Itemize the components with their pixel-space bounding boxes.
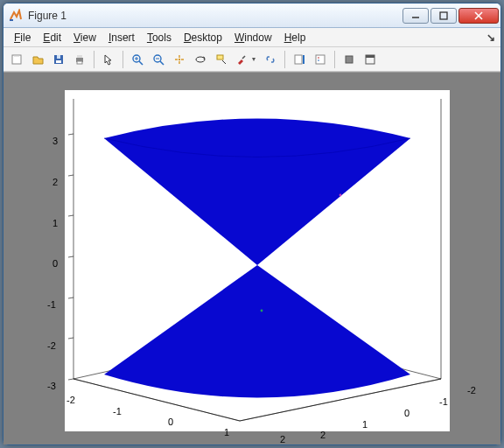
brush-button[interactable] — [233, 50, 259, 69]
ytick-label: -2 — [467, 385, 476, 396]
svg-line-36 — [68, 256, 74, 257]
ztick-label: 2 — [52, 177, 58, 187]
svg-line-17 — [160, 61, 164, 65]
hide-tools-button[interactable] — [340, 50, 359, 69]
ztick-label: 1 — [52, 218, 58, 228]
menu-window[interactable]: Window — [229, 30, 277, 46]
figure-canvas[interactable]: -3 -2 -1 0 1 2 3 -2 -1 0 1 2 2 1 0 -1 -2 — [4, 72, 500, 444]
axes-3d[interactable] — [65, 90, 450, 431]
svg-line-35 — [68, 298, 74, 298]
ytick-label: 2 — [320, 430, 326, 440]
ztick-label: -3 — [47, 381, 56, 391]
xtick-label: 1 — [224, 427, 229, 438]
figure-window: Figure 1 File Edit View Insert Tools Des… — [3, 3, 501, 445]
xtick-label: 2 — [280, 434, 285, 444]
menu-tools[interactable]: Tools — [142, 30, 177, 46]
xtick-label: -1 — [113, 406, 122, 416]
data-cursor-button[interactable] — [212, 50, 231, 69]
window-controls — [402, 8, 499, 24]
maximize-button[interactable] — [430, 8, 457, 24]
ytick-label: 1 — [362, 419, 368, 430]
insert-legend-button[interactable] — [311, 50, 330, 69]
svg-rect-21 — [217, 55, 223, 60]
xtick-label: 0 — [168, 416, 173, 427]
menu-file[interactable]: File — [9, 30, 36, 46]
svg-line-13 — [139, 61, 143, 65]
svg-line-34 — [68, 338, 74, 339]
ztick-label: -1 — [47, 299, 56, 310]
menu-help[interactable]: Help — [279, 30, 312, 46]
pointer-button[interactable] — [99, 50, 118, 69]
menu-overflow-icon[interactable]: ↘ — [486, 32, 495, 44]
svg-line-33 — [68, 379, 74, 380]
ztick-label: 0 — [52, 258, 58, 269]
svg-point-19 — [178, 58, 180, 60]
pan-button[interactable] — [170, 50, 189, 69]
svg-rect-30 — [366, 55, 374, 58]
toolbar-sep — [284, 51, 285, 68]
dock-button[interactable] — [360, 50, 380, 69]
menu-desktop[interactable]: Desktop — [178, 30, 228, 46]
zoom-in-button[interactable] — [128, 50, 147, 69]
axes-svg — [65, 90, 450, 431]
toolbar — [4, 47, 500, 72]
ztick-label: 3 — [52, 136, 58, 146]
close-button[interactable] — [458, 8, 499, 24]
svg-rect-10 — [77, 55, 82, 58]
zoom-out-button[interactable] — [149, 50, 168, 69]
toolbar-sep — [122, 51, 123, 68]
rotate3d-button[interactable] — [191, 50, 210, 69]
surface-double-cone — [104, 119, 410, 398]
svg-line-22 — [242, 56, 245, 59]
xtick-label: -2 — [66, 395, 75, 405]
svg-line-39 — [68, 134, 74, 135]
ztick-label: -2 — [47, 340, 56, 351]
svg-point-20 — [196, 57, 205, 62]
svg-rect-28 — [346, 56, 353, 63]
open-button[interactable] — [28, 50, 47, 69]
svg-line-38 — [68, 175, 74, 176]
svg-rect-25 — [316, 55, 325, 64]
matlab-icon — [9, 9, 23, 23]
new-figure-button[interactable] — [7, 50, 26, 69]
titlebar[interactable]: Figure 1 — [4, 4, 500, 28]
toolbar-sep — [94, 51, 94, 68]
menu-insert[interactable]: Insert — [103, 30, 140, 46]
svg-rect-8 — [57, 55, 60, 59]
menu-edit[interactable]: Edit — [38, 30, 66, 46]
toolbar-sep — [334, 51, 335, 68]
ytick-label: -1 — [439, 396, 448, 407]
svg-rect-11 — [77, 61, 82, 64]
insert-colorbar-button[interactable] — [290, 50, 309, 69]
svg-point-32 — [261, 310, 263, 312]
save-button[interactable] — [49, 50, 68, 69]
svg-point-31 — [340, 194, 342, 197]
print-button[interactable] — [70, 50, 89, 69]
svg-line-37 — [68, 215, 74, 216]
minimize-button[interactable] — [402, 8, 429, 24]
svg-rect-7 — [56, 60, 61, 63]
svg-rect-0 — [10, 19, 13, 21]
window-title: Figure 1 — [28, 10, 402, 22]
menu-view[interactable]: View — [68, 30, 102, 46]
link-button[interactable] — [261, 50, 280, 69]
svg-rect-23 — [295, 55, 302, 64]
svg-rect-24 — [303, 55, 304, 64]
svg-rect-2 — [440, 12, 447, 19]
menubar: File Edit View Insert Tools Desktop Wind… — [4, 28, 500, 47]
ytick-label: 0 — [404, 408, 410, 418]
